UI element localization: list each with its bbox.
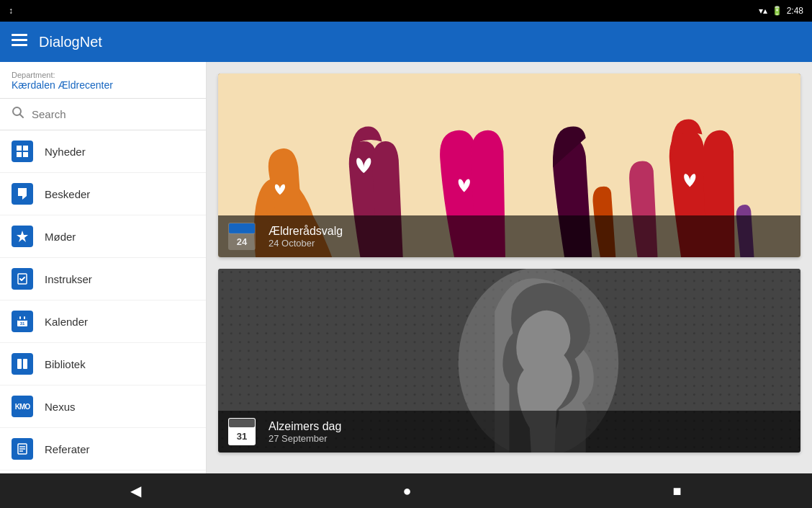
search-icon <box>12 106 24 122</box>
nyheder-label: Nyheder <box>45 146 86 158</box>
card-title-2: Alzeimers dag <box>269 420 341 433</box>
department-section: Department: Kærdalen Ældrecenter <box>0 62 206 99</box>
kalender-icon: 31 <box>12 311 33 332</box>
bibliotek-label: Bibliotek <box>45 358 86 370</box>
card-title-1: Ældrerådsvalg <box>269 225 343 238</box>
sidebar-item-nexus[interactable]: KMO Nexus <box>0 386 206 428</box>
moeder-icon <box>12 226 33 247</box>
main-layout: Department: Kærdalen Ældrecenter <box>0 62 812 473</box>
back-button[interactable]: ◀ <box>113 476 158 505</box>
svg-rect-2 <box>12 44 27 46</box>
svg-text:31: 31 <box>237 431 247 442</box>
sidebar-item-nyheder[interactable]: Nyheder <box>0 130 206 173</box>
svg-rect-18 <box>23 359 27 369</box>
nexus-icon: KMO <box>12 396 33 417</box>
card-text-1: Ældrerådsvalg 24 October <box>269 225 343 249</box>
signal-icon: ▾▴ <box>759 6 767 16</box>
card-aeldreraadsvalg[interactable]: 24 Ældrerådsvalg 24 October <box>218 73 800 257</box>
department-name: Kærdalen Ældrecenter <box>12 79 194 91</box>
header: DialogNet <box>0 22 812 62</box>
beskeder-label: Beskeder <box>45 188 90 200</box>
sidebar-item-moeder[interactable]: Møder <box>0 215 206 258</box>
sidebar-item-bibliotek[interactable]: Bibliotek <box>0 343 206 386</box>
svg-text:24: 24 <box>237 236 248 247</box>
card-overlay-2: 31 Alzeimers dag 27 September <box>218 411 800 453</box>
svg-rect-13 <box>17 318 27 321</box>
svg-rect-5 <box>17 146 22 151</box>
card-alzeimers[interactable]: 31 Alzeimers dag 27 September <box>218 269 800 453</box>
sidebar-item-beskeder[interactable]: Beskeder <box>0 173 206 215</box>
referater-icon <box>12 438 33 460</box>
card-overlay-1: 24 Ældrerådsvalg 24 October <box>218 215 800 257</box>
kalender-label: Kalender <box>45 316 88 328</box>
card-date-1: 24 October <box>269 238 343 249</box>
sidebar-item-instrukser[interactable]: Instrukser <box>0 258 206 300</box>
search-input[interactable] <box>32 108 194 120</box>
sidebar-item-referater[interactable]: Referater <box>0 428 206 471</box>
svg-rect-37 <box>229 223 255 233</box>
sidebar-item-kalender[interactable]: 31 Kalender <box>0 300 206 343</box>
svg-rect-45 <box>229 419 255 427</box>
status-bar: ↕ ▾▴ 🔋 2:48 <box>0 0 812 22</box>
svg-marker-9 <box>18 188 27 200</box>
menu-icon[interactable] <box>12 32 27 51</box>
recents-button[interactable]: ■ <box>655 477 698 505</box>
svg-rect-17 <box>17 359 22 369</box>
svg-rect-15 <box>24 316 25 319</box>
sidebar: Department: Kærdalen Ældrecenter <box>0 62 207 473</box>
card-date-2: 27 September <box>269 433 341 444</box>
moeder-label: Møder <box>45 231 76 243</box>
svg-rect-14 <box>19 316 21 319</box>
clock: 2:48 <box>787 6 803 16</box>
nyheder-icon <box>12 141 33 162</box>
content-area: 24 Ældrerådsvalg 24 October <box>207 62 812 473</box>
home-button[interactable]: ● <box>385 477 428 505</box>
svg-rect-6 <box>23 146 28 151</box>
date-block-2: 31 <box>228 418 256 445</box>
svg-rect-8 <box>23 152 28 157</box>
referater-label: Referater <box>45 443 90 455</box>
card-text-2: Alzeimers dag 27 September <box>269 420 341 444</box>
instrukser-icon <box>12 268 33 290</box>
date-block-1: 24 <box>228 223 256 250</box>
app-title: DialogNet <box>39 34 102 50</box>
instrukser-label: Instrukser <box>45 273 92 285</box>
svg-text:31: 31 <box>20 321 25 326</box>
svg-rect-1 <box>12 39 27 41</box>
bottom-nav: ◀ ● ■ <box>0 473 812 508</box>
nexus-label: Nexus <box>45 401 76 413</box>
beskeder-icon <box>12 183 33 205</box>
status-bar-right: ▾▴ 🔋 2:48 <box>759 6 803 16</box>
svg-rect-7 <box>17 152 22 157</box>
battery-icon: 🔋 <box>772 6 782 16</box>
status-bar-left-icon: ↕ <box>9 6 13 16</box>
svg-rect-0 <box>12 34 27 36</box>
svg-line-4 <box>20 115 24 118</box>
svg-marker-10 <box>17 231 28 242</box>
search-container[interactable] <box>0 99 206 130</box>
bibliotek-icon <box>12 353 33 375</box>
department-label: Department: <box>12 71 194 79</box>
